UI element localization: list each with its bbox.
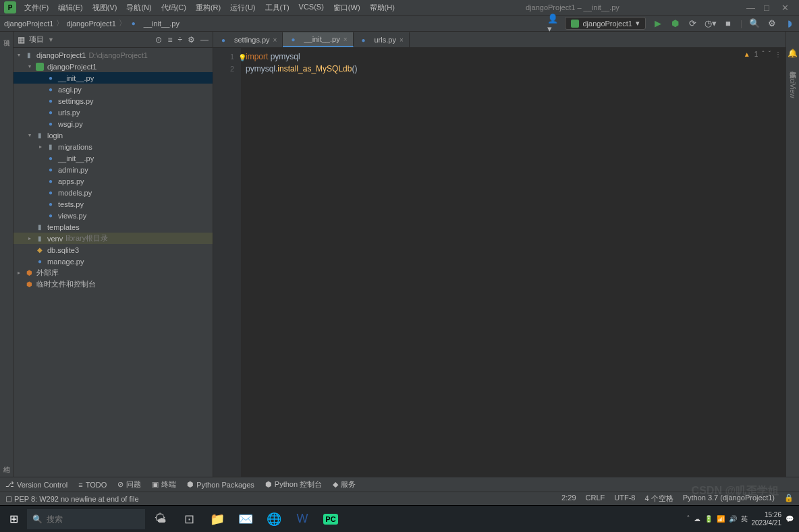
tree-item-venv[interactable]: ▸▮venvlibrary根目录	[13, 233, 213, 244]
menu-tools[interactable]: 工具(T)	[261, 1, 294, 14]
pycharm-taskbar-icon[interactable]: PC	[316, 506, 345, 533]
menu-vcs[interactable]: VCS(S)	[295, 1, 328, 14]
tool-terminal[interactable]: ▣ 终端	[152, 479, 176, 490]
rail-sciview[interactable]: SciView	[789, 74, 796, 98]
search-icon[interactable]: 🔍	[749, 18, 760, 29]
status-caret-position[interactable]: 2:29	[561, 494, 576, 504]
hide-panel-icon[interactable]: —	[200, 35, 209, 45]
task-view-icon[interactable]: ⊡	[175, 506, 203, 533]
tree-item-views-py[interactable]: ●views.py	[13, 210, 213, 221]
select-opened-icon[interactable]: ⊙	[155, 35, 162, 45]
word-icon[interactable]: W	[288, 506, 316, 533]
settings-icon[interactable]: ⚙	[767, 18, 777, 29]
menu-code[interactable]: 代码(C)	[157, 1, 190, 14]
tree-item-templates[interactable]: ▮templates	[13, 221, 213, 233]
tree-item-urls-py[interactable]: ●urls.py	[13, 107, 213, 118]
tree-item-tests-py[interactable]: ●tests.py	[13, 198, 213, 210]
tree-item-manage-py[interactable]: ●manage.py	[13, 256, 213, 267]
tree-item-migrations[interactable]: ▸▮migrations	[13, 141, 213, 152]
chevron-up-icon[interactable]: ˆ	[762, 51, 764, 58]
menu-help[interactable]: 帮助(H)	[366, 1, 399, 14]
tool-services[interactable]: ◆ 服务	[333, 479, 356, 490]
menu-navigate[interactable]: 导航(N)	[122, 1, 155, 14]
notifications-icon[interactable]: 💬	[786, 515, 794, 523]
tree-item-wsgi-py[interactable]: ●wsgi.py	[13, 118, 213, 129]
tree-item-apps-py[interactable]: ●apps.py	[13, 175, 213, 187]
profile-icon[interactable]: ◷▾	[705, 18, 716, 29]
ide-features-icon[interactable]: ◗	[784, 18, 795, 29]
weather-widget[interactable]: 🌤	[146, 506, 175, 533]
menu-run[interactable]: 运行(U)	[226, 1, 259, 14]
edge-icon[interactable]: 🌐	[260, 506, 288, 533]
mail-icon[interactable]: ✉️	[231, 506, 260, 533]
tab-urls[interactable]: ●urls.py×	[354, 32, 410, 47]
tree-item-asgi-py[interactable]: ●asgi.py	[13, 84, 213, 95]
tree-item-db-sqlite3[interactable]: ◆db.sqlite3	[13, 244, 213, 256]
tree-item-login[interactable]: ▾▮login	[13, 129, 213, 141]
tree-item-models-py[interactable]: ●models.py	[13, 187, 213, 198]
tool-todo[interactable]: ≡ TODO	[78, 481, 107, 489]
taskbar-clock[interactable]: 15:26 2023/4/21	[752, 511, 782, 527]
tree-item---------[interactable]: ⬢临时文件和控制台	[13, 278, 213, 290]
panel-settings-icon[interactable]: ⚙	[188, 35, 195, 45]
explorer-icon[interactable]: 📁	[203, 506, 231, 533]
tool-python-console[interactable]: ⬢ Python 控制台	[265, 479, 322, 490]
editor-body[interactable]: 1💡 2 import pymysql pymysql.install_as_M…	[213, 48, 786, 477]
tab-settings[interactable]: ●settings.py×	[213, 32, 283, 47]
menu-edit[interactable]: 编辑(E)	[54, 1, 87, 14]
expand-all-icon[interactable]: ≡	[167, 35, 172, 45]
tree-item----[interactable]: ▸⬢外部库	[13, 267, 213, 278]
tab-init[interactable]: ●__init__.py×	[283, 32, 353, 47]
status-interpreter[interactable]: Python 3.7 (djangoProject1)	[683, 494, 775, 504]
tool-python-packages[interactable]: ⬢ Python Packages	[187, 480, 254, 489]
tray-ime[interactable]: 英	[741, 514, 748, 524]
search-input[interactable]	[47, 514, 148, 524]
tree-item---init---py[interactable]: ●__init__.py	[13, 72, 213, 84]
crumb-file[interactable]: __init__.py	[144, 20, 180, 28]
chevron-down-icon[interactable]: ˇ	[769, 51, 771, 58]
status-encoding[interactable]: UTF-8	[614, 494, 635, 504]
tree-item-djangoproject1[interactable]: ▾▮djangoProject1D:\djangoProject1	[13, 49, 213, 61]
menu-window[interactable]: 窗口(W)	[329, 1, 364, 14]
taskbar-search[interactable]: 🔍	[27, 509, 145, 529]
tray-battery-icon[interactable]: 🔋	[705, 515, 713, 523]
minimize-icon[interactable]: —	[746, 3, 754, 13]
menu-file[interactable]: 文件(F)	[20, 1, 53, 14]
tray-chevron-icon[interactable]: ˆ	[687, 515, 689, 523]
status-line-separator[interactable]: CRLF	[586, 494, 605, 504]
crumb-root[interactable]: djangoProject1	[4, 20, 53, 28]
run-icon[interactable]: ▶	[653, 18, 663, 29]
chevron-down-icon[interactable]: ▼	[48, 36, 54, 43]
menu-refactor[interactable]: 重构(R)	[192, 1, 225, 14]
close-tab-icon[interactable]: ×	[273, 36, 277, 44]
crumb-folder[interactable]: djangoProject1	[66, 20, 115, 28]
inspection-widget[interactable]: ▲1 ˆ ˇ ⋮	[744, 51, 781, 58]
collapse-all-icon[interactable]: ÷	[177, 35, 182, 45]
bulb-icon[interactable]: 💡	[238, 52, 246, 64]
tree-item-djangoproject1[interactable]: ▾djangoProject1	[13, 61, 213, 72]
start-button[interactable]: ⊞	[0, 506, 27, 533]
tree-item-admin-py[interactable]: ●admin.py	[13, 164, 213, 175]
lock-icon[interactable]: 🔒	[784, 494, 794, 504]
tree-item-settings-py[interactable]: ●settings.py	[13, 95, 213, 107]
tree-item---init---py[interactable]: ●__init__.py	[13, 152, 213, 164]
project-tree[interactable]: ▾▮djangoProject1D:\djangoProject1▾django…	[13, 48, 213, 477]
notifications-icon[interactable]: 🔔	[788, 49, 798, 58]
close-icon[interactable]: ✕	[781, 3, 790, 13]
maximize-icon[interactable]: □	[764, 3, 772, 13]
menu-view[interactable]: 视图(V)	[88, 1, 121, 14]
tray-volume-icon[interactable]: 🔊	[729, 515, 737, 523]
more-icon[interactable]: ⋮	[775, 51, 781, 58]
tool-problems[interactable]: ⊘ 问题	[117, 479, 141, 490]
code-content[interactable]: import pymysql pymysql.install_as_MySQLd…	[242, 48, 786, 477]
stop-icon[interactable]: ■	[723, 18, 734, 29]
close-tab-icon[interactable]: ×	[343, 36, 348, 43]
user-icon[interactable]: 👤▾	[547, 18, 558, 29]
tray-onedrive-icon[interactable]: ☁	[694, 515, 700, 523]
status-indent[interactable]: 4 个空格	[644, 494, 673, 504]
tray-wifi-icon[interactable]: 📶	[717, 515, 725, 523]
debug-icon[interactable]: ⬢	[670, 18, 681, 29]
run-config-selector[interactable]: djangoProject1 ▾	[565, 17, 645, 30]
close-tab-icon[interactable]: ×	[399, 36, 404, 44]
coverage-icon[interactable]: ⟳	[688, 18, 698, 29]
